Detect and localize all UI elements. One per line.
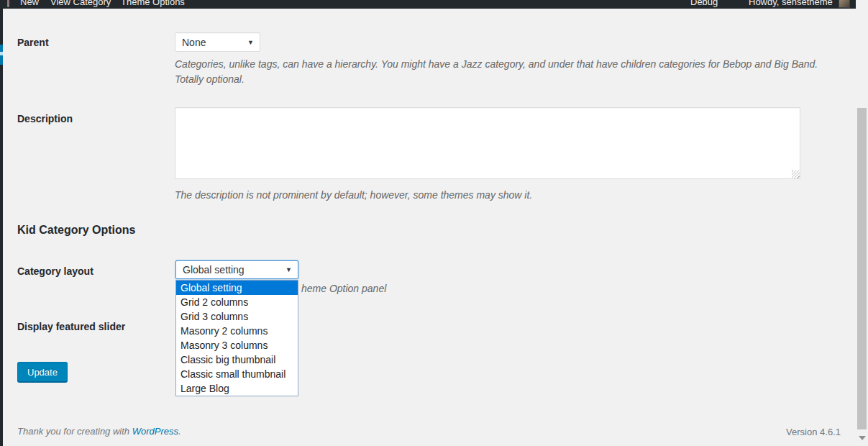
dropdown-option-global-setting[interactable]: Global setting — [176, 281, 298, 295]
admin-menu-item-highlight[interactable] — [0, 45, 3, 52]
dropdown-option-masonry-3-columns[interactable]: Masonry 3 columns — [176, 338, 298, 352]
update-button[interactable]: Update — [17, 362, 68, 382]
admin-bar-inner: New View Category Theme Options Debug Ho… — [0, 0, 856, 9]
dropdown-option-large-blog[interactable]: Large Blog — [176, 381, 298, 396]
adminbar-view-category-link[interactable]: View Category — [50, 0, 111, 9]
adminbar-howdy-link[interactable]: Howdy, sensetheme — [749, 0, 833, 9]
new-content-icon — [7, 0, 9, 7]
category-layout-select-value: Global setting — [183, 264, 245, 276]
dropdown-option-grid-3-columns[interactable]: Grid 3 columns — [176, 309, 298, 324]
dropdown-option-classic-big-thumbnail[interactable]: Classic big thumbnail — [176, 352, 298, 367]
description-textarea[interactable] — [175, 107, 800, 179]
footer-thanks-text: Thank you for creating with — [17, 426, 132, 437]
footer-thanks: Thank you for creating with WordPress. — [17, 426, 181, 437]
admin-menu-item-highlight-2[interactable] — [0, 55, 3, 65]
chevron-down-icon: ▼ — [285, 266, 292, 273]
adminbar-debug-link[interactable]: Debug — [690, 0, 718, 9]
display-featured-slider-label: Display featured slider — [17, 321, 125, 332]
footer-version: Version 4.6.1 — [786, 427, 841, 437]
collapsed-admin-menu — [0, 9, 3, 446]
dropdown-option-masonry-2-columns[interactable]: Masonry 2 columns — [176, 324, 298, 338]
parent-label: Parent — [17, 37, 49, 48]
category-layout-select[interactable]: Global setting ▼ — [175, 260, 298, 279]
description-help-text: The description is not prominent by defa… — [175, 188, 822, 203]
page-scrollbar — [856, 0, 868, 446]
chevron-down-icon: ▼ — [247, 39, 254, 46]
admin-bar: New View Category Theme Options Debug Ho… — [0, 0, 856, 9]
adminbar-theme-options-link[interactable]: Theme Options — [121, 0, 185, 9]
category-layout-label: Category layout — [17, 265, 93, 277]
parent-select-value: None — [182, 37, 206, 48]
scrollbar-thumb[interactable] — [857, 108, 867, 429]
user-avatar — [839, 0, 850, 8]
adminbar-new-link[interactable]: New — [20, 0, 39, 9]
wordpress-link[interactable]: WordPress — [132, 426, 178, 437]
parent-help-text: Categories, unlike tags, can have a hier… — [175, 57, 833, 87]
category-layout-listbox: Global setting Grid 2 columns Grid 3 col… — [175, 280, 298, 396]
category-layout-help-fragment: heme Option panel — [301, 281, 386, 296]
footer-thanks-period: . — [178, 426, 181, 437]
description-label: Description — [17, 113, 73, 124]
dropdown-option-classic-small-thumbnail[interactable]: Classic small thumbnail — [176, 367, 298, 381]
dropdown-option-grid-2-columns[interactable]: Grid 2 columns — [176, 295, 298, 309]
section-heading: Kid Category Options — [17, 224, 135, 237]
scrollbar-down-arrow-icon[interactable] — [859, 436, 866, 440]
parent-select[interactable]: None ▼ — [175, 32, 260, 52]
